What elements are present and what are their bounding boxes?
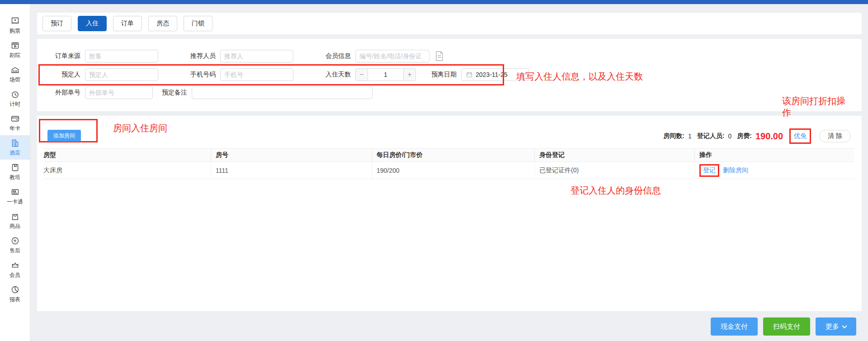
member-info-input[interactable] [355, 50, 429, 62]
tab-reserve[interactable]: 预订 [42, 16, 71, 31]
stay-days-label: 入住天数 [319, 71, 351, 79]
order-source-input[interactable] [85, 50, 158, 62]
sidebar-item-label: 售后 [9, 247, 20, 255]
annotation-box-register: 登记 [699, 164, 719, 177]
sidebar-item-label: 计时 [9, 100, 20, 108]
timer-icon [10, 90, 20, 99]
onecard-icon [10, 187, 20, 197]
form-row-2: 预定人 手机号码 入住天数 − 1 + 预离日期 2023-11-25 [49, 68, 529, 81]
sidebar-item-label: 教培 [9, 174, 20, 181]
sidebar-item-label: 剧院 [9, 52, 20, 59]
sidebar-item-hotel[interactable]: 酒店 [0, 135, 30, 160]
col-room-no: 房号 [211, 149, 372, 161]
departure-date-value: 2023-11-25 [476, 71, 508, 78]
delete-room-link[interactable]: 删除房间 [723, 166, 748, 175]
sidebar-item-label: 酒店 [9, 149, 20, 157]
phone-label: 手机号码 [184, 71, 216, 79]
phone-input[interactable] [220, 68, 293, 81]
stay-days-stepper: − 1 + [355, 68, 416, 81]
svg-text:售: 售 [14, 239, 17, 242]
rooms-count-value: 1 [688, 133, 692, 140]
scan-pay-button[interactable]: 扫码支付 [763, 317, 810, 336]
theater-icon [10, 41, 20, 50]
room-list-panel: 添加房间 房间入住房间 房间数: 1 登记人员: 0 房费: 190.00 优免… [37, 116, 862, 311]
member-record-icon[interactable] [435, 51, 444, 61]
sidebar-item-label: 场馆 [9, 76, 20, 84]
calendar-icon [466, 71, 472, 78]
chevron-down-icon [842, 323, 847, 328]
add-room-button[interactable]: 添加房间 [47, 130, 81, 142]
sidebar-item-theater[interactable]: 剧院 [0, 38, 30, 62]
venue-icon [10, 65, 20, 75]
module-tabs: 预订 入住 订单 房态 门锁 [37, 13, 862, 34]
external-no-input[interactable] [85, 86, 153, 99]
checkin-form: 订单来源 推荐人员 会员信息 预定人 手机号码 [37, 39, 862, 111]
payment-footer: 现金支付 扫码支付 更多 [711, 317, 856, 336]
rooms-count-label: 房间数: [663, 132, 684, 140]
col-price: 每日房价/门市价 [372, 149, 534, 161]
annual-card-icon [10, 114, 20, 123]
svg-text:¥: ¥ [14, 18, 16, 22]
col-room-type: 房型 [43, 149, 211, 161]
sidebar-item-venue[interactable]: 场馆 [0, 62, 30, 86]
tab-checkin[interactable]: 入住 [78, 16, 107, 31]
hotel-icon [10, 138, 20, 148]
guest-input[interactable] [85, 68, 158, 81]
days-value[interactable]: 1 [368, 68, 403, 81]
sidebar-item-label: 商品 [9, 223, 20, 230]
sidebar-item-aftersale[interactable]: 售 售后 [0, 233, 30, 257]
cell-room-no: 1111 [211, 162, 372, 179]
sidebar-item-label: 购票 [9, 27, 20, 35]
referrer-label: 推荐人员 [184, 52, 216, 60]
sidebar-item-label: 报表 [9, 296, 20, 303]
sidebar-item-tickets[interactable]: ¥ 购票 [0, 13, 30, 38]
guests-count-label: 登记人员: [697, 132, 725, 140]
col-identity: 身份登记 [534, 149, 694, 161]
days-minus-button[interactable]: − [355, 68, 368, 81]
annotation-fill-guest-info: 填写入住人信息，以及入住天数 [516, 71, 643, 83]
tab-room-status[interactable]: 房态 [148, 16, 177, 31]
annotation-register-identity: 登记入住人的身份信息 [571, 185, 661, 197]
sidebar-item-training[interactable]: 教培 [0, 160, 30, 184]
room-table: 房型 房号 每日房价/门市价 身份登记 操作 大床房 1111 190/200 … [43, 148, 854, 179]
remark-label: 预定备注 [159, 89, 187, 97]
main-content: 预订 入住 订单 房态 门锁 订单来源 推荐人员 会员信息 [31, 4, 868, 341]
remark-input[interactable] [192, 86, 373, 99]
cell-room-type: 大床房 [43, 162, 211, 179]
member-info-label: 会员信息 [319, 52, 351, 60]
annotation-discount: 该房间打折扣操作 [782, 95, 854, 118]
form-row-3: 外部单号 预定备注 [49, 86, 373, 99]
aftersale-icon: 售 [10, 236, 20, 246]
more-button[interactable]: 更多 [816, 317, 856, 336]
room-table-header: 房型 房号 每日房价/门市价 身份登记 操作 [43, 148, 854, 162]
cell-operations: 登记 删除房间 [694, 162, 854, 179]
guests-count-value: 0 [728, 133, 731, 140]
days-plus-button[interactable]: + [403, 68, 416, 81]
form-row-1: 订单来源 推荐人员 会员信息 [49, 49, 444, 63]
sidebar-item-label: 年卡 [9, 125, 20, 133]
annotation-add-room: 房间入住房间 [113, 122, 167, 134]
sidebar-item-label: 一卡通 [7, 198, 23, 206]
sidebar-item-member[interactable]: 会员 [0, 257, 30, 282]
departure-date-label: 预离日期 [425, 71, 457, 79]
clear-button[interactable]: 清 除 [819, 130, 851, 142]
sidebar-item-goods[interactable]: 商品 [0, 208, 30, 233]
sidebar-item-annual-card[interactable]: 年卡 [0, 111, 30, 135]
sidebar-item-onecard[interactable]: 一卡通 [0, 184, 30, 208]
goods-icon [10, 212, 20, 221]
sidebar: ¥ 购票 剧院 场馆 计时 年卡 酒店 教培 一卡通 商品 售 售后 会员 [0, 4, 30, 341]
table-row: 大床房 1111 190/200 已登记证件(0) 登记 删除房间 [43, 162, 854, 179]
sidebar-item-timer[interactable]: 计时 [0, 86, 30, 111]
tab-door-lock[interactable]: 门锁 [184, 16, 212, 31]
sidebar-item-report[interactable]: 报表 [0, 282, 30, 306]
room-stats-bar: 房间数: 1 登记人员: 0 房费: 190.00 优免 清 除 [663, 128, 851, 144]
waive-link[interactable]: 优免 [794, 132, 807, 139]
cell-price: 190/200 [372, 162, 534, 179]
external-no-label: 外部单号 [49, 89, 80, 97]
cash-pay-button[interactable]: 现金支付 [711, 317, 758, 336]
tab-orders[interactable]: 订单 [113, 16, 142, 31]
register-link[interactable]: 登记 [703, 166, 716, 174]
referrer-input[interactable] [220, 50, 293, 62]
guest-label: 预定人 [49, 71, 80, 79]
col-operations: 操作 [694, 149, 854, 161]
